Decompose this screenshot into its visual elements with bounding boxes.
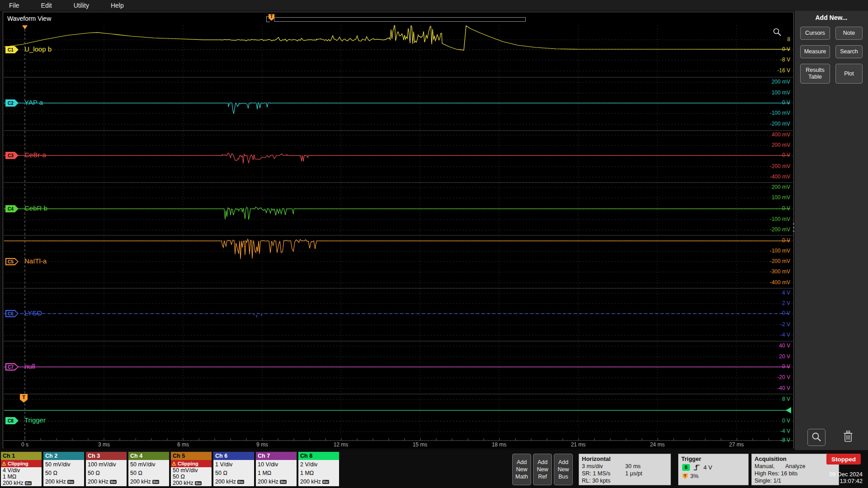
sidebar-button-measure[interactable]: Measure xyxy=(800,45,830,58)
scale-label: 400 mV xyxy=(745,131,790,138)
menu-bar: FileEditUtilityHelp xyxy=(0,0,868,11)
channel-label-c5[interactable]: NaITl-a xyxy=(24,257,47,265)
add-new-bus-button[interactable]: AddNewBus xyxy=(554,454,573,485)
scale-label: -2 V xyxy=(745,321,790,328)
menu-edit[interactable]: Edit xyxy=(41,2,52,9)
termination-value: 1 MΩ xyxy=(258,469,297,478)
channel-card-7[interactable]: Ch 710 V/div1 MΩ200 kHzBw xyxy=(256,452,297,486)
bottom-bar: Ch 1⚠Clipping4 V/div1 MΩ200 kHzBwCh 250 … xyxy=(0,450,868,488)
waveform-view-title: Waveform View xyxy=(7,15,51,22)
termination-value: 1 MΩ xyxy=(300,469,339,478)
waveform-plot[interactable]: T C1U_loop b80 V-8 V-16 VC2YAP a200 mV10… xyxy=(4,25,793,448)
channel-label-c7[interactable]: null xyxy=(24,362,35,370)
sidebar-button-plot[interactable]: Plot xyxy=(835,64,863,84)
horizontal-value: SR: 1 MS/s xyxy=(582,470,625,477)
bandwidth-value: 200 kHzBw xyxy=(300,478,339,486)
trigger-time-marker[interactable] xyxy=(22,25,28,29)
trigger-panel[interactable]: Trigger 8 4 V T 3% xyxy=(678,454,749,485)
channel-card-8[interactable]: Ch 82 V/div1 MΩ200 kHzBw xyxy=(298,452,339,486)
bandwidth-icon: Bw xyxy=(322,480,329,484)
bandwidth-icon: Bw xyxy=(67,480,74,484)
bandwidth-value: 200 kHzBw xyxy=(130,478,169,486)
channel-badge-text: C5 xyxy=(5,259,14,264)
horizontal-value: 1 µs/pt xyxy=(625,470,642,477)
channel-label-c4[interactable]: CebR b xyxy=(24,204,47,212)
channel-label-c3[interactable]: CeBr-a xyxy=(24,151,46,159)
right-sidebar: Add New... CursorsNoteMeasureSearchResul… xyxy=(795,11,868,450)
horizontal-value: RL: 30 kpts xyxy=(582,477,625,484)
channel-card-3[interactable]: Ch 3100 mV/div50 Ω200 kHzBw xyxy=(86,452,127,486)
channel-card-4[interactable]: Ch 450 mV/div50 Ω200 kHzBw xyxy=(128,452,169,486)
channel-card-body: 100 mV/div50 Ω200 kHzBw xyxy=(86,460,127,486)
channel-card-5[interactable]: Ch 5⚠Clipping50 mV/div50 Ω200 kHzBw xyxy=(171,452,212,486)
bandwidth-value: 200 kHzBw xyxy=(88,478,127,486)
sidebar-button-results-table[interactable]: Results Table xyxy=(800,64,830,84)
channel-card-1[interactable]: Ch 1⚠Clipping4 V/div1 MΩ200 kHzBw xyxy=(1,452,42,486)
sidebar-button-note[interactable]: Note xyxy=(835,27,863,40)
bandwidth-value: 200 kHzBw xyxy=(173,480,212,486)
rising-edge-icon xyxy=(693,464,700,471)
time-axis-label: 9 ms xyxy=(249,441,276,448)
channel-card-header: Ch 8 xyxy=(298,452,339,460)
time-value: 13:07:42 xyxy=(809,478,863,484)
sidebar-button-search[interactable]: Search xyxy=(835,45,863,58)
panel-splitter[interactable] xyxy=(793,223,794,237)
scale-label: 40 V xyxy=(745,343,790,349)
zoom-mode-button[interactable] xyxy=(807,429,826,446)
termination-value: 1 MΩ xyxy=(3,474,42,480)
termination-value: 50 Ω xyxy=(88,469,127,478)
menu-utility[interactable]: Utility xyxy=(74,2,89,9)
record-view-window[interactable] xyxy=(274,17,526,22)
horizontal-panel[interactable]: Horizontal 3 ms/div30 msSR: 1 MS/s1 µs/p… xyxy=(579,454,671,485)
waveform-trace-c1 xyxy=(4,25,790,50)
stopped-status-button[interactable]: Stopped xyxy=(826,454,861,465)
scale-label: -16 V xyxy=(745,67,790,74)
channel-badge-text: C6 xyxy=(5,311,14,316)
termination-value: 50 Ω xyxy=(173,474,212,480)
channel-badge-text: C1 xyxy=(5,47,14,52)
date-value: 09 Dec 2024 xyxy=(809,471,863,478)
clipping-banner: ⚠Clipping xyxy=(1,460,42,467)
scale-label: 2 V xyxy=(745,300,790,306)
scale-label: -300 mV xyxy=(745,268,790,275)
zoom-glass-icon[interactable] xyxy=(772,27,782,37)
menu-help[interactable]: Help xyxy=(111,2,124,9)
channel-card-header: Ch 3 xyxy=(86,452,127,460)
channel-label-c2[interactable]: YAP a xyxy=(24,99,43,106)
channel-card-header: Ch 5 xyxy=(171,452,212,460)
time-axis-label: 21 ms xyxy=(565,441,592,448)
channel-badge-text: C3 xyxy=(5,153,14,158)
time-axis-label: 24 ms xyxy=(644,441,671,448)
channel-label-c1[interactable]: U_loop b xyxy=(24,45,52,53)
trigger-level-arrow xyxy=(786,407,791,413)
scale-label: -400 mV xyxy=(745,279,790,286)
magnifier-icon xyxy=(811,431,822,443)
termination-value: 50 Ω xyxy=(130,469,169,478)
horizontal-row: RL: 30 kpts xyxy=(579,477,670,484)
channel-card-body: 2 V/div1 MΩ200 kHzBw xyxy=(298,460,339,486)
vertical-scale-value: 50 mV/div xyxy=(173,468,212,474)
acquisition-value: Manual, xyxy=(755,463,785,470)
channel-label-c8[interactable]: Trigger xyxy=(24,416,46,424)
add-new-math-button[interactable]: AddNewMath xyxy=(512,454,531,485)
time-axis-label: 12 ms xyxy=(327,441,354,448)
acquisition-value: High Res: 16 bits xyxy=(755,470,797,477)
channel-card-body: 4 V/div1 MΩ200 kHzBw xyxy=(1,467,42,486)
channel-card-body: 1 V/div50 Ω200 kHzBw xyxy=(213,460,254,486)
channel-card-header: Ch 7 xyxy=(256,452,297,460)
warning-icon: ⚠ xyxy=(2,461,6,467)
scale-label: -8 V xyxy=(745,437,790,443)
trigger-level-value: 4 V xyxy=(703,464,712,471)
channel-card-6[interactable]: Ch 61 V/div50 Ω200 kHzBw xyxy=(213,452,254,486)
add-new-ref-button[interactable]: AddNewRef xyxy=(533,454,552,485)
menu-file[interactable]: File xyxy=(9,2,19,9)
vertical-scale-value: 100 mV/div xyxy=(88,460,127,469)
channel-card-header: Ch 2 xyxy=(43,452,84,460)
horizontal-value: 3 ms/div xyxy=(582,463,625,470)
channel-label-c6[interactable]: LYSO xyxy=(24,309,42,317)
acquisition-panel-title: Acquisition xyxy=(752,454,839,463)
sidebar-button-cursors[interactable]: Cursors xyxy=(800,27,830,40)
channel-card-2[interactable]: Ch 250 mV/div50 Ω200 kHzBw xyxy=(43,452,84,486)
channel-card-header: Ch 4 xyxy=(128,452,169,460)
trash-icon[interactable] xyxy=(842,429,854,444)
